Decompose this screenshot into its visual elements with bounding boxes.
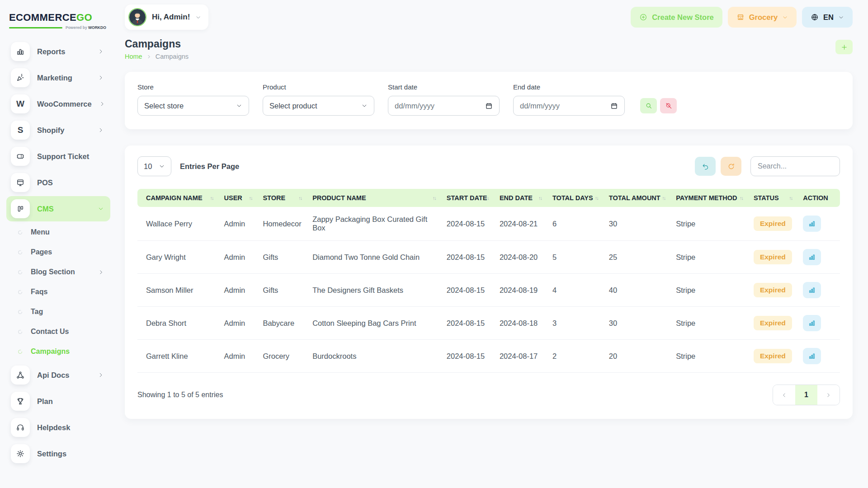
breadcrumb: Home Campaigns: [125, 53, 189, 60]
user-menu[interactable]: Hi, Admin!: [125, 5, 208, 30]
cell-total-days: 4: [547, 274, 604, 307]
column-header-store[interactable]: ↑↓STORE: [257, 189, 307, 207]
campaign-statistics-button[interactable]: [803, 348, 821, 364]
sidebar-item-helpdesk[interactable]: Helpdesk: [6, 415, 110, 440]
create-new-store-button[interactable]: Create New Store: [631, 7, 722, 28]
cell-action: [797, 207, 840, 241]
plus-circle-icon: [639, 13, 647, 21]
refresh-button[interactable]: [721, 157, 741, 176]
sidebar-item-pos[interactable]: POS: [6, 170, 110, 195]
column-header-product-name[interactable]: ↑↓PRODUCT NAME: [307, 189, 441, 207]
cell-user: Admin: [219, 207, 258, 241]
sort-icon[interactable]: ↑↓: [538, 195, 542, 201]
sort-icon[interactable]: ↑↓: [662, 195, 665, 201]
reset-filter-button[interactable]: [660, 98, 677, 113]
sort-icon[interactable]: ↑↓: [789, 195, 792, 201]
filter-panel: Store Select store Product Select produc…: [125, 72, 853, 129]
cell-campaign-name: Gary Wright: [137, 241, 219, 274]
sort-icon[interactable]: ↑↓: [595, 195, 598, 201]
store-selector-button[interactable]: Grocery: [728, 7, 797, 28]
campaign-statistics-button[interactable]: [803, 249, 821, 265]
sort-icon[interactable]: ↑↓: [298, 195, 302, 201]
cell-campaign-name: Wallace Perry: [137, 207, 219, 241]
chevron-right-icon: [98, 372, 104, 378]
sort-icon[interactable]: ↑↓: [740, 195, 743, 201]
campaign-statistics-button[interactable]: [803, 216, 821, 232]
table-header-row: ↑↓CAMPAIGN NAME↑↓USER↑↓STORE↑↓PRODUCT NA…: [137, 189, 840, 207]
cell-product-name: Diamond Two Tonne Gold Chain: [307, 241, 441, 274]
sidebar-subitem-contact-us[interactable]: Contact Us: [0, 322, 116, 342]
next-page-button[interactable]: [817, 385, 840, 405]
storefront-icon: [736, 13, 745, 21]
cell-payment-method: Stripe: [670, 241, 748, 274]
previous-page-button[interactable]: [773, 385, 795, 405]
bar-chart-icon: [11, 42, 30, 61]
sidebar-item-reports[interactable]: Reports: [6, 39, 110, 64]
sidebar-item-plan[interactable]: Plan: [6, 389, 110, 414]
sidebar-item-woocommerce[interactable]: WWooCommerce: [6, 91, 110, 117]
sidebar-item-label: Helpdesk: [37, 423, 70, 432]
column-header-start-date[interactable]: ↑↓START DATE: [441, 189, 494, 207]
cell-total-amount: 40: [604, 274, 670, 307]
sidebar-item-api-docs[interactable]: Api Docs: [6, 362, 110, 388]
sidebar-subitem-faqs[interactable]: Faqs: [0, 282, 116, 302]
cell-total-days: 6: [547, 207, 604, 241]
sidebar-item-label: Api Docs: [37, 371, 70, 380]
store-filter-label: Store: [137, 83, 249, 91]
add-campaign-button[interactable]: [835, 40, 853, 54]
column-header-total-amount[interactable]: ↑↓TOTAL AMOUNT: [604, 189, 670, 207]
apply-filter-button[interactable]: [640, 98, 657, 113]
headset-icon: [11, 418, 30, 437]
sort-icon[interactable]: ↑↓: [210, 195, 213, 201]
chevron-right-icon: [98, 48, 104, 55]
sidebar-subitem-campaigns[interactable]: Campaigns: [0, 342, 116, 361]
end-date-input[interactable]: dd/mm/yyyy: [513, 96, 625, 116]
sidebar-subitem-blog-section[interactable]: Blog Section: [0, 262, 116, 282]
breadcrumb-home-link[interactable]: Home: [125, 53, 142, 60]
sidebar-subitem-label: Blog Section: [31, 268, 75, 276]
store-select[interactable]: Select store: [137, 96, 249, 116]
entries-per-page-select[interactable]: 10: [137, 156, 171, 176]
nodes-icon: [11, 366, 30, 385]
sidebar-item-settings[interactable]: Settings: [6, 441, 110, 466]
sidebar-subitem-menu[interactable]: Menu: [0, 222, 116, 242]
campaign-statistics-button[interactable]: [803, 282, 821, 298]
cell-status: Expired: [748, 340, 797, 373]
sidebar-item-shopify[interactable]: SShopify: [6, 117, 110, 143]
sidebar-item-cms[interactable]: CMS: [6, 196, 110, 221]
sidebar-subitem-pages[interactable]: Pages: [0, 242, 116, 262]
sidebar-item-marketing[interactable]: Marketing: [6, 65, 110, 90]
sort-icon[interactable]: ↑↓: [249, 195, 252, 201]
app-root: ECOMMERCEGO Powered by WORKDO ReportsMar…: [0, 0, 868, 488]
product-select[interactable]: Select product: [263, 96, 374, 116]
calendar-icon[interactable]: [485, 102, 493, 110]
column-header-total-days[interactable]: ↑↓TOTAL DAYS: [547, 189, 604, 207]
sidebar-subitem-tag[interactable]: Tag: [0, 302, 116, 322]
column-header-status[interactable]: ↑↓STATUS: [748, 189, 797, 207]
bar-chart-icon: [808, 286, 816, 294]
calendar-icon[interactable]: [610, 102, 618, 110]
start-date-input[interactable]: dd/mm/yyyy: [388, 96, 500, 116]
chevron-down-icon: [361, 103, 368, 109]
sidebar-item-support-ticket[interactable]: Support Ticket: [6, 144, 110, 169]
undo-button[interactable]: [695, 157, 716, 176]
column-header-campaign-name[interactable]: ↑↓CAMPAIGN NAME: [137, 189, 219, 207]
page-number-button[interactable]: 1: [795, 385, 817, 405]
column-header-user[interactable]: ↑↓USER: [219, 189, 258, 207]
column-header-end-date[interactable]: ↑↓END DATE: [494, 189, 547, 207]
language-selector-button[interactable]: EN: [802, 7, 853, 28]
sidebar: ECOMMERCEGO Powered by WORKDO ReportsMar…: [0, 0, 116, 488]
table-search-input[interactable]: [750, 156, 840, 176]
brand-logo[interactable]: ECOMMERCEGO Powered by WORKDO: [0, 9, 116, 34]
cell-action: [797, 307, 840, 340]
sort-icon[interactable]: ↑↓: [433, 195, 436, 201]
campaign-statistics-button[interactable]: [803, 315, 821, 331]
circle-icon: [17, 349, 23, 355]
status-badge: Expired: [754, 349, 792, 363]
chevron-left-icon: [781, 392, 787, 398]
shopify-icon: S: [11, 121, 30, 140]
cell-end-date: 2024-08-17: [494, 340, 547, 373]
cell-status: Expired: [748, 307, 797, 340]
column-header-payment-method[interactable]: ↑↓PAYMENT METHOD: [670, 189, 748, 207]
sidebar-item-label: Support Ticket: [37, 152, 89, 161]
